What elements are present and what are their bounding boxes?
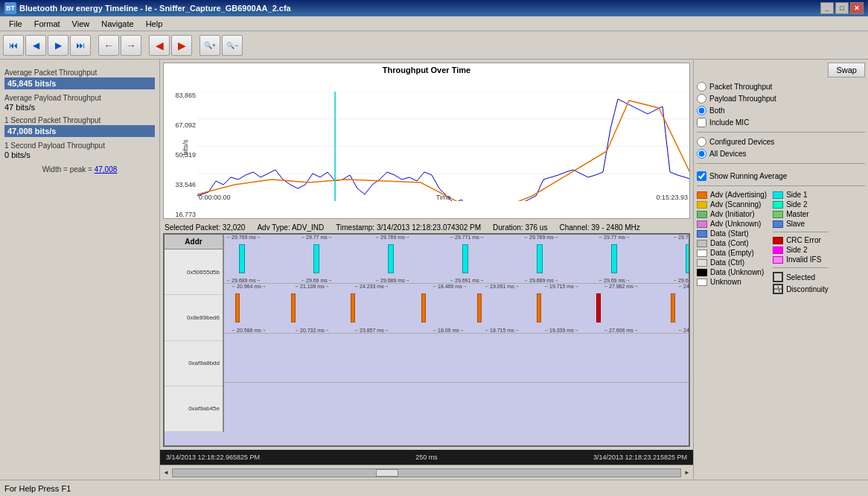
packet-2-2[interactable] [291,293,296,322]
main-content: Average Packet Throughput 45,845 bits/s … [0,60,868,480]
swatch-crc-error [773,237,783,244]
forward-button[interactable]: ▶ [48,35,68,56]
scrollbar-track[interactable] [172,468,681,477]
swap-button[interactable]: Swap [828,63,865,77]
show-avg-checkbox[interactable] [697,171,706,181]
timing2-bot-1: ←20.588 ms→ [232,328,267,333]
timing-bot-3: ←29.689 ms→ [375,278,410,283]
y-label-5: 16,773 [175,211,196,218]
swatch-side2 [773,201,783,209]
label-data-unknown: Data (Unknown) [710,268,764,276]
menu-file[interactable]: File [3,18,28,30]
packet-1-2[interactable] [313,244,319,273]
label-discontinuity: Discontinuity [786,285,829,293]
time-center: 250 ms [415,454,438,461]
timing2-top-4: ←18.466 ms→ [433,284,467,289]
minimize-button[interactable]: _ [820,2,834,14]
radio-both-input[interactable] [697,106,706,115]
show-avg-row: Show Running Average [697,171,865,181]
legend-right-col: Side 1 Side 2 Master Slave CRC Er [773,191,829,294]
timing2-bot-5: ←18.715 ms→ [485,328,520,333]
next-red-button[interactable]: ▶ [171,35,192,56]
menu-view[interactable]: View [66,18,96,30]
zoom-out-button[interactable]: 🔍− [222,35,243,56]
swatch-data-start [697,230,707,238]
packet-1-5[interactable] [537,244,543,273]
scroll-right-arrow[interactable]: ► [684,469,690,476]
legend-side1: Side 1 [773,191,829,199]
radio-packet-input[interactable] [697,82,706,92]
packet-2-1[interactable] [235,293,240,322]
zoom-in-button[interactable]: 🔍+ [200,35,220,56]
scrollbar-thumb[interactable] [376,469,398,477]
chart-title: Throughput Over Time [164,63,689,77]
packet-2-6[interactable] [537,293,541,322]
timing-top-2: ←29.77 ms→ [301,235,333,240]
maximize-button[interactable]: □ [835,2,849,14]
swatch-adv-unknown [697,220,707,228]
timing-top-4: ←29.771 ms→ [450,235,485,240]
swatch-slave [773,220,783,228]
label-data-start: Data (Start) [710,229,749,238]
packet-2-8[interactable] [671,293,675,322]
width-link[interactable]: 47,008 [95,165,118,174]
timing-top-6: ←29.77 ms→ [599,235,631,240]
include-mic-checkbox[interactable] [697,118,706,127]
label-master: Master [786,210,809,218]
packet-2-3[interactable] [351,293,355,322]
radio-payload-input[interactable] [697,94,706,104]
device-section: Configured Devices All Devices [697,137,865,159]
menu-bar: File Format View Navigate Help [0,16,868,31]
menu-navigate[interactable]: Navigate [95,18,139,30]
legend-data-empty: Data (Empty) [697,249,767,257]
radio-configured-input[interactable] [697,137,706,147]
packet-1-3[interactable] [388,244,394,273]
menu-help[interactable]: Help [140,18,169,30]
timeline-tracks: ←29.769 ms→ ←29.77 ms→ ←29.769 ms→ ←29.7… [224,235,689,432]
legend-invalid-ifs: Invalid IFS [773,255,829,264]
packet-2-7-red[interactable] [596,293,601,322]
window-controls[interactable]: _ □ ✕ [820,2,864,14]
radio-payload-label: Payload Throughput [709,95,776,103]
timeline-content: Addr 0x50655d5b 0x8e89bed6 0xaf9a8bdd 0x… [165,235,689,432]
packet-1-1[interactable] [239,244,245,273]
close-button[interactable]: ✕ [850,2,864,14]
prev-red-button[interactable]: ◀ [149,35,170,56]
scroll-left-arrow[interactable]: ◄ [163,469,169,476]
track-4 [224,383,689,432]
timing2-bot-7: ←27.606 ms→ [604,328,639,333]
radio-all-input[interactable] [697,149,706,159]
legend-area: Adv (Advertising) Adv (Scanning) Adv (In… [697,191,865,294]
legend-data-start: Data (Start) [697,229,767,238]
next-arrow-button[interactable]: → [121,35,141,56]
packet-1-4[interactable] [462,244,468,273]
packet-2-4[interactable] [421,293,426,322]
svg-line-13 [778,286,779,292]
packet-2-5[interactable] [477,293,482,322]
packet-1-7[interactable] [686,244,689,273]
avg-packet-label: Average Packet Throughput [4,69,155,77]
timing2-bot-3: ←23.857 ms→ [354,328,389,333]
selected-packet-info: Selected Packet: 32,020 [165,223,245,232]
menu-format[interactable]: Format [28,18,66,30]
label-slave: Slave [786,220,805,228]
timing2-top-2: ←21.108 ms→ [295,284,330,289]
forward-end-button[interactable]: ⏭ [70,35,91,56]
status-text: For Help Press F1 [4,484,71,493]
swatch-adv-initiator [697,211,707,218]
back-button[interactable]: ◀ [25,35,46,56]
x-label-center: Time [436,194,451,201]
include-mic-label: Include MIC [709,118,749,127]
packet-1-6[interactable] [611,244,617,273]
status-bar: For Help Press F1 [0,480,868,496]
back-start-button[interactable]: ⏮ [3,35,24,56]
x-label-left: 0:00:00.00 [199,194,231,201]
divider-3 [697,185,865,186]
chart-svg [197,92,689,201]
time-right: 3/14/2013 12:18:23.215825 PM [593,454,687,461]
legend-side2: Side 2 [773,200,829,209]
timeline-area[interactable]: Addr 0x50655d5b 0x8e89bed6 0xaf9a8bdd 0x… [163,233,690,447]
label-data-ctrl: Data (Ctrl) [710,258,744,267]
prev-arrow-button[interactable]: ← [98,35,119,56]
label-invalid-ifs: Invalid IFS [786,255,821,264]
